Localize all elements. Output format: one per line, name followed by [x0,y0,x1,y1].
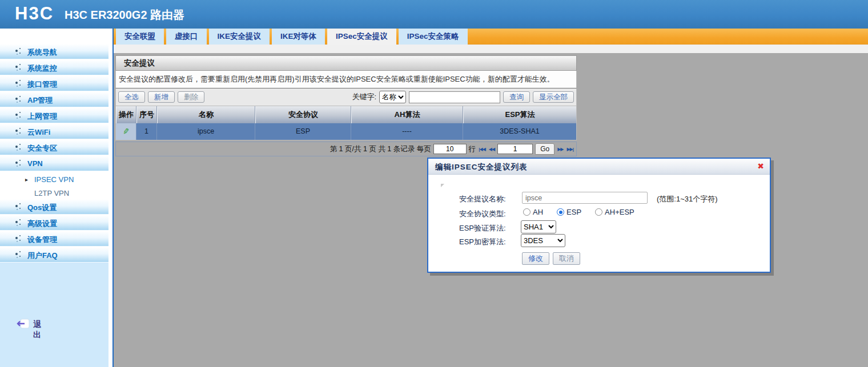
menu-dots-icon [15,66,18,68]
next-page-icon[interactable]: ▶▶ [557,147,564,152]
protocol-type-label: 安全协议类型: [459,209,506,219]
sidebar-subitem-l2tp-vpn[interactable]: L2TP VPN [0,187,108,200]
col-header-ah: AH算法 [351,106,463,123]
sidebar-item-system-nav[interactable]: 系统导航 [0,44,108,59]
panel-toolbar: 全选 新增 删除 关键字: 名称 查询 显示全部 [115,88,577,106]
edit-ipsec-proposal-dialog: 编辑IPSEC安全提议列表 ✖ 安全提议名称: (范围:1~31个字符) 安全协… [427,158,771,273]
router-admin-page: H3C H3C ER3200G2 路由器 系统导航 系统监控 接口管理 AP管理… [0,0,868,367]
sidebar-item-cloud-wifi[interactable]: 云WiFi [0,124,108,139]
sidebar-item-interface-mgmt[interactable]: 接口管理 [0,76,108,91]
panel-title: 安全提议 [115,55,577,71]
delete-button[interactable]: 删除 [178,91,204,103]
search-button[interactable]: 查询 [503,91,530,103]
sidebar-fill [0,263,108,367]
sidebar-subitem-ipsec-vpn[interactable]: ▸ IPSEC VPN [0,173,108,187]
sidebar-item-label: 设备管理 [27,235,57,245]
dialog-buttons: 修改 取消 [522,252,580,265]
show-all-button[interactable]: 显示全部 [533,91,574,103]
radio-esp[interactable]: ESP [557,208,581,216]
sidebar-item-vpn[interactable]: VPN [0,156,108,171]
modify-button[interactable]: 修改 [522,252,549,265]
sidebar-item-label: 接口管理 [27,79,57,90]
tab-ipsec-proposal[interactable]: IPSec安全提议 [327,29,396,45]
panel-notice: 安全提议的配置修改后，需要重新启用(先禁用再启用)引用该安全提议的IPSEC安全… [115,71,577,88]
menu-dots-icon [15,82,18,84]
sidebar-item-label: 系统监控 [27,63,57,74]
radio-circle-icon [595,208,602,216]
tab-virtual-interface[interactable]: 虚接口 [166,29,207,45]
col-header-name: 名称 [157,106,255,123]
cancel-button[interactable]: 取消 [553,252,580,265]
sidebar-item-label: 云WiFi [27,127,50,138]
pagination-bar: 第 1 页/共 1 页 共 1 条记录 每页 行 |◀◀ ◀◀ Go ▶▶ ▶▶… [115,142,577,156]
esp-encrypt-label: ESP加密算法: [459,237,506,247]
sidebar-item-user-faq[interactable]: 用户FAQ [0,247,108,263]
tab-ipsec-policy[interactable]: IPSec安全策略 [399,29,468,45]
first-page-icon[interactable]: |◀◀ [478,147,486,152]
sidebar-item-label: VPN [27,159,43,168]
vpn-submenu: ▸ IPSEC VPN L2TP VPN [0,172,108,199]
logout-button[interactable]: 退出 [16,318,30,331]
keyword-field-select[interactable]: 名称 [379,91,406,103]
menu-dots-icon [15,253,18,255]
prev-page-icon[interactable]: ◀◀ [488,147,495,152]
resize-mark-icon [441,184,444,187]
add-button[interactable]: 新增 [148,91,175,103]
edit-row-button[interactable]: ✎ [116,123,136,140]
logout-label: 退出 [33,320,41,340]
page-number-input[interactable] [497,144,533,154]
menu-dots-icon [15,114,18,116]
radio-label: AH+ESP [605,208,634,216]
sidebar-subitem-label: L2TP VPN [34,189,69,197]
radio-ah[interactable]: AH [523,208,543,216]
sidebar-item-device-mgmt[interactable]: 设备管理 [0,231,108,247]
sub-arrow-icon: ▸ [25,176,28,183]
sidebar-subitem-label: IPSEC VPN [34,175,74,184]
last-page-icon[interactable]: ▶▶| [566,147,574,152]
sidebar-item-label: 高级设置 [27,219,57,229]
name-range-hint: (范围:1~31个字符) [657,194,718,204]
radio-ah-esp[interactable]: AH+ESP [595,208,634,216]
edit-pencil-icon: ✎ [122,123,131,139]
sidebar-item-qos[interactable]: Qos设置 [0,199,108,215]
radio-circle-icon [523,208,531,216]
name-label: 安全提议名称: [459,194,506,204]
proposal-name-input[interactable] [522,192,648,204]
menu-dots-expanded-icon [15,162,18,164]
row-name: ipsce [157,123,255,140]
menu-dots-icon [15,50,18,52]
row-protocol: ESP [255,123,351,140]
proposal-table: 操作 序号 名称 安全协议 AH算法 ESP算法 ✎ 1 ipsce ESP -… [115,106,577,140]
rows-label: 行 [469,144,476,154]
sidebar-item-system-monitor[interactable]: 系统监控 [0,60,108,75]
protocol-type-radio-group: AH ESP AH+ESP [523,208,634,216]
tab-ike-peer[interactable]: IKE对等体 [272,29,325,45]
sidebar-item-advanced[interactable]: 高级设置 [0,215,108,231]
go-button[interactable]: Go [535,143,554,155]
esp-encrypt-select[interactable]: 3DES [521,234,565,247]
select-all-button[interactable]: 全选 [118,91,145,103]
tab-ike-proposal[interactable]: IKE安全提议 [209,29,270,45]
tab-content-strip [114,45,868,53]
security-proposal-panel: 安全提议 安全提议的配置修改后，需要重新启用(先禁用再启用)引用该安全提议的IP… [115,55,577,156]
sidebar-item-internet-mgmt[interactable]: 上网管理 [0,108,108,123]
dialog-title: 编辑IPSEC安全提议列表 [435,162,528,172]
esp-auth-label: ESP验证算法: [459,223,506,233]
per-page-input[interactable] [433,144,467,154]
row-seq: 1 [136,123,157,140]
esp-auth-select[interactable]: SHA1 [521,220,556,233]
keyword-input[interactable] [409,91,500,103]
tab-security-alliance[interactable]: 安全联盟 [116,29,164,45]
radio-circle-icon [557,208,564,216]
sidebar-item-ap-mgmt[interactable]: AP管理 [0,92,108,107]
table-row: ✎ 1 ipsce ESP ---- 3DES-SHA1 [116,123,576,140]
menu-dots-icon [15,130,18,132]
menu-dots-icon [15,221,18,223]
radio-label: ESP [566,208,581,216]
h3c-logo: H3C [15,3,54,24]
menu-dots-icon [15,205,18,207]
sidebar-item-label: Qos设置 [27,203,57,213]
close-icon[interactable]: ✖ [757,162,764,171]
sidebar-item-security-zone[interactable]: 安全专区 [0,140,108,155]
sidebar-item-label: AP管理 [27,95,53,106]
